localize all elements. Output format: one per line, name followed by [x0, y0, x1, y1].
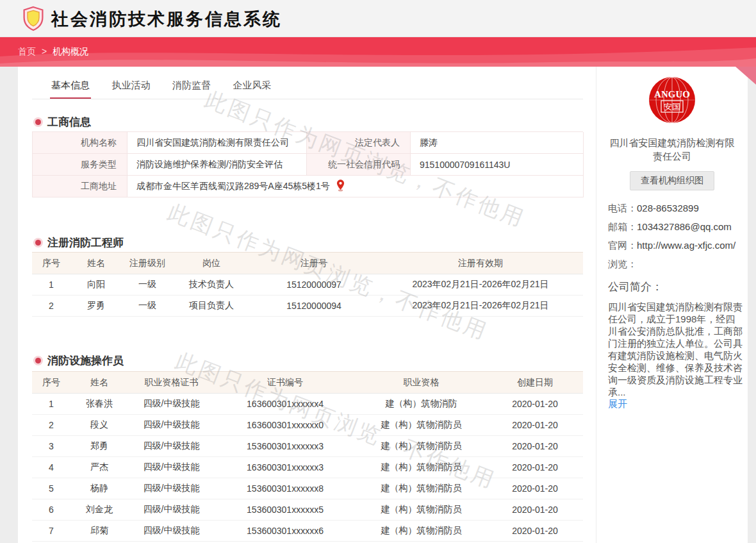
phone-value: 028-86532899 — [637, 202, 740, 215]
cell: 杨静 — [70, 483, 128, 494]
company-intro-title: 公司简介： — [608, 280, 748, 294]
contact-views: 浏览： — [608, 258, 740, 271]
service-type-label: 服务类型 — [33, 154, 127, 176]
email-value: 1034327886@qq.com — [637, 221, 740, 233]
address-cell: 成都市金牛区羊西线蜀汉路289号A座45栋5楼1号 — [127, 176, 584, 197]
banner-corner-decoration — [730, 67, 756, 85]
cell: 建（构）筑物消防员 — [356, 440, 487, 452]
breadcrumb-separator: > — [42, 46, 47, 56]
cell: 四级/中级技能 — [128, 504, 215, 515]
contact-phone: 电话： 028-86532899 — [608, 202, 740, 215]
table-row: 2 罗勇 一级 项目负责人 15120000094 2023年02月21日-20… — [32, 296, 583, 317]
cell: 四级/中级技能 — [128, 398, 215, 410]
breadcrumb-home-link[interactable]: 首页 — [18, 46, 36, 56]
col-header: 证书编号 — [215, 377, 356, 388]
cell: 建（构）筑物消防员 — [356, 504, 487, 515]
legal-rep-value: 滕涛 — [411, 132, 584, 154]
contact-info: 电话： 028-86532899 邮箱： 1034327886@qq.com 官… — [608, 202, 740, 271]
cell: 1 — [32, 399, 70, 409]
cell: 四级/中级技能 — [128, 462, 215, 473]
tab-practice-activity[interactable]: 执业活动 — [110, 74, 151, 99]
col-header: 序号 — [32, 258, 70, 269]
col-header: 职业资格 — [356, 377, 487, 388]
cell: 2023年02月21日-2026年02月21日 — [378, 279, 583, 290]
section-title-text: 注册消防工程师 — [47, 235, 124, 250]
app-title: 社会消防技术服务信息系统 — [51, 8, 282, 31]
breadcrumb: 首页 > 机构概况 — [18, 46, 88, 58]
tab-fire-supervision[interactable]: 消防监督 — [171, 74, 212, 99]
cell: 1 — [32, 280, 70, 290]
col-header: 姓名 — [70, 258, 122, 269]
table-row: 3 郑勇 四级/中级技能 153600301xxxxxx3 建（构）筑物消防员 … — [32, 436, 583, 457]
cell: 4 — [32, 462, 70, 472]
col-header: 注册号 — [250, 258, 378, 269]
cell: 四级/中级技能 — [128, 483, 215, 494]
cell: 7 — [32, 526, 70, 536]
table-row: 4 严杰 四级/中级技能 163600301xxxxxx3 建（构）筑物消防员 … — [32, 457, 583, 478]
address-value: 成都市金牛区羊西线蜀汉路289号A座45栋5楼1号 — [136, 181, 330, 192]
section-operators: 消防设施操作员 — [35, 354, 124, 367]
cell: 3 — [32, 441, 70, 451]
org-name-label: 机构名称 — [33, 132, 127, 154]
cell: 严杰 — [70, 462, 128, 473]
website-link[interactable]: http://www.ag-xfjc.com/ — [637, 239, 740, 252]
cell: 段义 — [70, 419, 128, 431]
tab-enterprise-style[interactable]: 企业风采 — [231, 74, 272, 99]
table-row: 7 邱菊 四级/中级技能 153600301xxxxxx6 建（构）筑物消防员 … — [32, 521, 583, 542]
table-row: 6 刘金龙 四级/中级技能 153600301xxxxxx5 建（构）筑物消防员… — [32, 499, 583, 521]
address-label: 工商地址 — [33, 176, 127, 197]
section-title-text: 工商信息 — [47, 115, 91, 129]
table-row: 5 杨静 四级/中级技能 153600301xxxxxx8 建（构）筑物消防员 … — [32, 478, 583, 499]
cell: 15120000094 — [250, 301, 378, 311]
section-bullet-icon — [35, 358, 41, 363]
cell: 向阳 — [70, 279, 122, 290]
top-header: 社会消防技术服务信息系统 — [0, 0, 756, 37]
tab-basic-info[interactable]: 基本信息 — [50, 74, 91, 99]
cell: 一级 — [122, 300, 173, 312]
cell: 5 — [32, 483, 70, 494]
breadcrumb-current: 机构概况 — [53, 46, 88, 56]
engineers-table: 序号 姓名 注册级别 岗位 注册号 注册有效期 1 向阳 一级 技术负责人 15… — [32, 252, 583, 317]
cell: 四级/中级技能 — [128, 440, 215, 452]
business-info-table: 机构名称 四川省安国建筑消防检测有限责任公司 法定代表人 滕涛 服务类型 消防设… — [32, 131, 583, 197]
page: 社会消防技术服务信息系统 首页 > 机构概况 基本信息 执业活动 消防监督 企业… — [0, 0, 756, 543]
table-row: 1 张春洪 四级/中级技能 163600301xxxxxx4 建（构）筑物消防 … — [32, 394, 583, 415]
tab-bar: 基本信息 执业活动 消防监督 企业风采 — [32, 74, 583, 99]
view-org-chart-button[interactable]: 查看机构组织图 — [630, 171, 714, 190]
cell: 2 — [32, 301, 70, 311]
cell: 建（构）筑物消防员 — [356, 483, 487, 494]
cell: 建（构）筑物消防员 — [356, 525, 487, 537]
company-name: 四川省安国建筑消防检测有限责任公司 — [608, 136, 736, 163]
service-type-value: 消防设施维护保养检测/消防安全评估 — [127, 154, 307, 176]
cell: 一级 — [122, 279, 173, 290]
cell: 张春洪 — [70, 398, 128, 410]
col-header: 岗位 — [173, 258, 250, 269]
email-label: 邮箱： — [608, 221, 637, 233]
credit-code-value: 91510000709161143U — [411, 154, 584, 176]
cell: 153600301xxxxxx6 — [215, 526, 356, 536]
cell: 2023年02月21日-2026年02月21日 — [378, 300, 583, 312]
cell: 15120000097 — [250, 280, 378, 290]
expand-link[interactable]: 展开 — [608, 398, 627, 410]
cell: 153600301xxxxxx5 — [215, 505, 356, 515]
cell: 6 — [32, 505, 70, 515]
section-engineers: 注册消防工程师 — [35, 236, 124, 249]
location-pin-icon[interactable] — [336, 180, 345, 194]
banner: 首页 > 机构概况 — [0, 37, 756, 67]
cell: 四级/中级技能 — [128, 525, 215, 537]
table-row: 2 段义 四级/中级技能 163600301xxxxxx0 建（构）筑物消防员 … — [32, 415, 583, 436]
cell: 建（构）筑物消防 — [356, 398, 487, 410]
org-name-value: 四川省安国建筑消防检测有限责任公司 — [127, 132, 307, 154]
cell: 郑勇 — [70, 440, 128, 452]
cell: 153600301xxxxxx8 — [215, 483, 356, 494]
cell: 163600301xxxxxx0 — [215, 420, 356, 430]
phone-label: 电话： — [608, 202, 637, 215]
operators-header-row: 序号 姓名 职业资格证书 证书编号 职业资格 创建日期 — [32, 372, 583, 394]
credit-code-label: 统一社会信用代码 — [307, 154, 411, 176]
company-intro-text: 四川省安国建筑消防检测有限责任公司，成立于1998年，经四川省公安消防总队批准，… — [608, 301, 744, 398]
company-logo: ANGUO 安国 — [649, 77, 695, 123]
cell: 邱菊 — [70, 525, 128, 537]
cell: 2020-01-20 — [487, 505, 583, 515]
cell: 项目负责人 — [173, 300, 250, 312]
cell: 2 — [32, 420, 70, 430]
